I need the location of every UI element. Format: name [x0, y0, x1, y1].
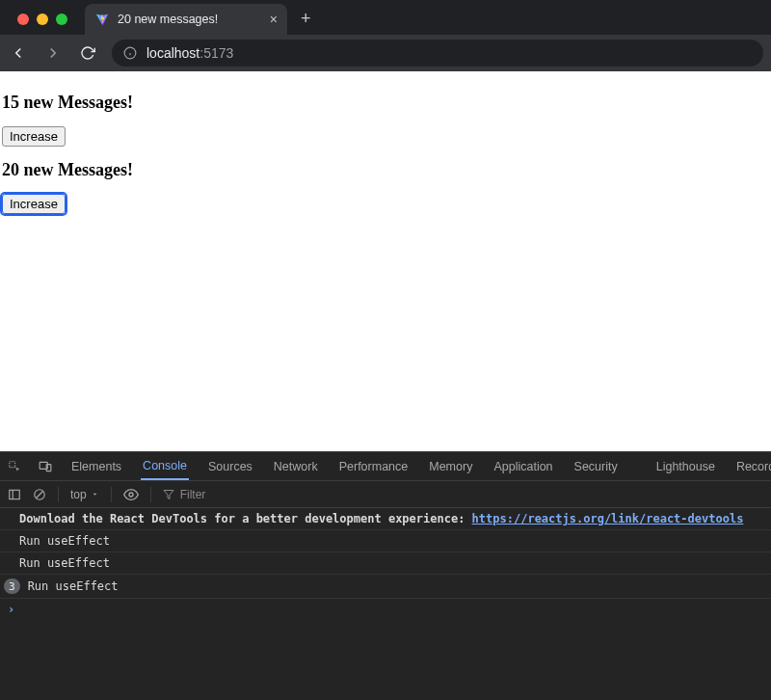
log-row[interactable]: 3 Run useEffect	[0, 575, 771, 599]
console-output: Download the React DevTools for a better…	[0, 508, 771, 700]
log-link[interactable]: https://reactjs.org/link/react-devtools	[472, 512, 744, 525]
log-row[interactable]: Run useEffect	[0, 530, 771, 552]
browser-toolbar: localhost:5173	[0, 35, 771, 71]
live-expression-icon[interactable]	[123, 487, 139, 502]
svg-point-10	[129, 493, 133, 497]
log-text: Run useEffect	[19, 556, 110, 570]
devtools-tabs: Elements Console Sources Network Perform…	[0, 452, 771, 481]
clear-console-icon[interactable]	[33, 488, 46, 501]
tab-elements[interactable]: Elements	[69, 452, 123, 480]
tab-sources[interactable]: Sources	[206, 452, 254, 480]
vite-favicon-icon	[94, 12, 110, 27]
back-button[interactable]	[8, 42, 29, 64]
filter-placeholder: Filter	[180, 488, 206, 501]
url-port: :5173	[199, 45, 233, 61]
traffic-lights	[10, 13, 75, 35]
svg-line-9	[37, 491, 43, 498]
filter-icon	[163, 489, 174, 500]
tab-security[interactable]: Security	[572, 452, 620, 480]
console-toolbar: top Filter	[0, 481, 771, 508]
context-label: top	[70, 488, 87, 501]
device-toolbar-icon[interactable]	[39, 460, 52, 473]
inspect-element-icon[interactable]	[8, 460, 21, 473]
browser-tab[interactable]: 20 new messages! ×	[85, 4, 287, 35]
console-prompt[interactable]: ›	[0, 599, 771, 620]
increase-button-2[interactable]: Increase	[2, 194, 66, 214]
window-maximize-button[interactable]	[56, 13, 67, 25]
tab-performance[interactable]: Performance	[337, 452, 411, 480]
tab-lighthouse[interactable]: Lighthouse	[654, 452, 717, 480]
window-titlebar: 20 new messages! × +	[0, 0, 771, 35]
console-filter[interactable]: Filter	[163, 488, 206, 501]
tab-application[interactable]: Application	[492, 452, 554, 480]
log-count-badge: 3	[4, 579, 20, 594]
window-close-button[interactable]	[17, 13, 29, 25]
context-selector[interactable]: top	[70, 488, 99, 501]
messages-heading-1: 15 new Messages!	[2, 93, 769, 113]
console-sidebar-toggle-icon[interactable]	[8, 488, 21, 501]
tab-console[interactable]: Console	[141, 452, 189, 480]
log-text: Run useEffect	[28, 579, 119, 593]
increase-button-1[interactable]: Increase	[2, 126, 66, 147]
reload-button[interactable]	[77, 42, 98, 64]
svg-rect-3	[10, 461, 15, 467]
site-info-icon[interactable]	[123, 46, 137, 60]
page-content: 15 new Messages! Increase 20 new Message…	[0, 71, 771, 451]
log-text: Download the React DevTools for a better…	[19, 512, 472, 525]
window-minimize-button[interactable]	[37, 13, 48, 25]
log-row[interactable]: Run useEffect	[0, 552, 771, 575]
messages-heading-2: 20 new Messages!	[2, 160, 769, 180]
tab-network[interactable]: Network	[272, 452, 320, 480]
tab-memory[interactable]: Memory	[427, 452, 474, 480]
new-tab-button[interactable]: +	[287, 9, 325, 35]
log-row[interactable]: Download the React DevTools for a better…	[0, 508, 771, 530]
svg-rect-6	[10, 490, 20, 498]
tab-close-icon[interactable]: ×	[270, 13, 278, 26]
prompt-chevron-icon: ›	[8, 603, 14, 616]
url-host: localhost	[146, 45, 199, 61]
address-bar[interactable]: localhost:5173	[112, 40, 763, 67]
log-text: Run useEffect	[19, 534, 110, 548]
devtools-panel: Elements Console Sources Network Perform…	[0, 451, 771, 700]
tab-title: 20 new messages!	[118, 13, 262, 26]
tab-recorder[interactable]: Record	[734, 452, 771, 480]
chevron-down-icon	[91, 490, 99, 498]
url-text: localhost:5173	[146, 45, 233, 61]
forward-button[interactable]	[42, 42, 64, 64]
